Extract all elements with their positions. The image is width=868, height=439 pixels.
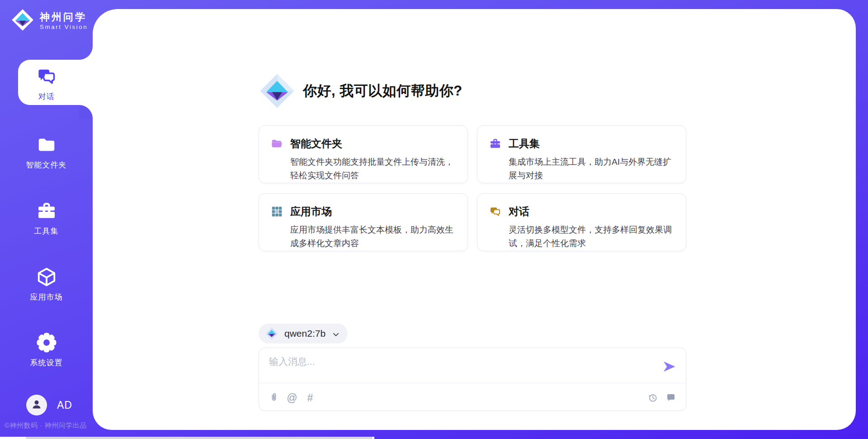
tab-fillet-top [79, 46, 93, 60]
user-name: AD [57, 399, 72, 411]
sidebar-item-chat[interactable]: 对话 [0, 66, 93, 102]
sidebar-item-toolset[interactable]: 工具集 [0, 200, 93, 236]
brand-diamond-icon [265, 327, 278, 340]
folder-open-icon [271, 138, 283, 150]
sidebar-item-label: 智能文件夹 [0, 160, 93, 170]
sidebar-item-label: 系统设置 [0, 358, 93, 368]
card-title: 智能文件夹 [290, 137, 342, 151]
brand-subtitle: Smart Vision [40, 23, 88, 31]
sidebar-item-label: 应用市场 [0, 292, 93, 302]
grid-icon [271, 205, 283, 218]
history-icon[interactable] [647, 392, 659, 404]
sidebar-item-label: 工具集 [0, 226, 93, 236]
sidebar: 神州问学 Smart Vision 对话 智能文件夹 [0, 0, 93, 439]
gear-icon [36, 332, 57, 353]
card-description: 集成市场上主流工具，助力AI与外界无缝扩展与对接 [509, 155, 674, 182]
copyright-footer: ©神州数码 · 神州问学出品 [5, 421, 86, 430]
card-title: 工具集 [509, 137, 540, 151]
brand-logo: 神州问学 Smart Vision [11, 8, 88, 33]
horizontal-scrollbar [0, 437, 374, 439]
attachment-icon[interactable] [268, 392, 280, 404]
feature-cards: 智能文件夹 智能文件夹功能支持批量文件上传与清洗，轻松实现文件问答 工具集 集成… [259, 125, 686, 251]
avatar [26, 395, 47, 415]
page-title: 你好, 我可以如何帮助你? [303, 81, 462, 100]
user-profile[interactable]: AD [26, 395, 72, 415]
greeting-row: 你好, 我可以如何帮助你? [259, 72, 462, 110]
sidebar-item-label: 对话 [0, 91, 93, 102]
cube-icon [36, 267, 57, 287]
card-description: 智能文件夹功能支持批量文件上传与清洗，轻松实现文件问答 [290, 155, 456, 182]
chevron-down-icon [331, 330, 340, 339]
card-description: 应用市场提供丰富长文本模板，助力高效生成多样化文章内容 [290, 223, 456, 250]
person-icon [30, 397, 43, 413]
chat-bubbles-icon [36, 66, 57, 87]
card-app-market[interactable]: 应用市场 应用市场提供丰富长文本模板，助力高效生成多样化文章内容 [259, 193, 468, 251]
card-chat[interactable]: 对话 灵活切换多模型文件，支持多样回复效果调试，满足个性化需求 [477, 193, 686, 251]
briefcase-icon [489, 138, 501, 150]
brand-diamond-icon [11, 8, 34, 33]
card-title: 应用市场 [290, 205, 332, 219]
tab-fillet-bottom [79, 105, 93, 119]
model-selector[interactable]: qwen2:7b [259, 324, 348, 344]
card-toolset[interactable]: 工具集 集成市场上主流工具，助力AI与外界无缝扩展与对接 [477, 125, 686, 183]
card-smart-folder[interactable]: 智能文件夹 智能文件夹功能支持批量文件上传与清洗，轻松实现文件问答 [259, 125, 468, 183]
sidebar-item-settings[interactable]: 系统设置 [0, 332, 93, 368]
card-description: 灵活切换多模型文件，支持多样回复效果调试，满足个性化需求 [509, 223, 674, 250]
chat-bubbles-icon [489, 205, 501, 218]
send-button[interactable] [661, 359, 677, 374]
toolbox-icon [36, 200, 57, 221]
message-input[interactable] [268, 354, 645, 382]
brand-name: 神州问学 [40, 11, 88, 23]
mention-icon[interactable]: @ [286, 392, 298, 404]
composer-divider [259, 383, 686, 383]
folder-icon [36, 134, 57, 155]
sidebar-item-smart-folder[interactable]: 智能文件夹 [0, 134, 93, 170]
card-title: 对话 [509, 205, 529, 219]
composer-toolbar: @ # [268, 389, 677, 407]
message-composer: @ # [259, 348, 686, 411]
scrollbar-thumb[interactable] [26, 437, 372, 439]
model-name: qwen2:7b [284, 328, 326, 339]
send-icon [661, 369, 677, 376]
brand-diamond-icon [259, 72, 296, 110]
quick-reply-icon[interactable] [665, 392, 677, 404]
hash-icon[interactable]: # [304, 392, 316, 404]
sidebar-item-app-market[interactable]: 应用市场 [0, 267, 93, 302]
